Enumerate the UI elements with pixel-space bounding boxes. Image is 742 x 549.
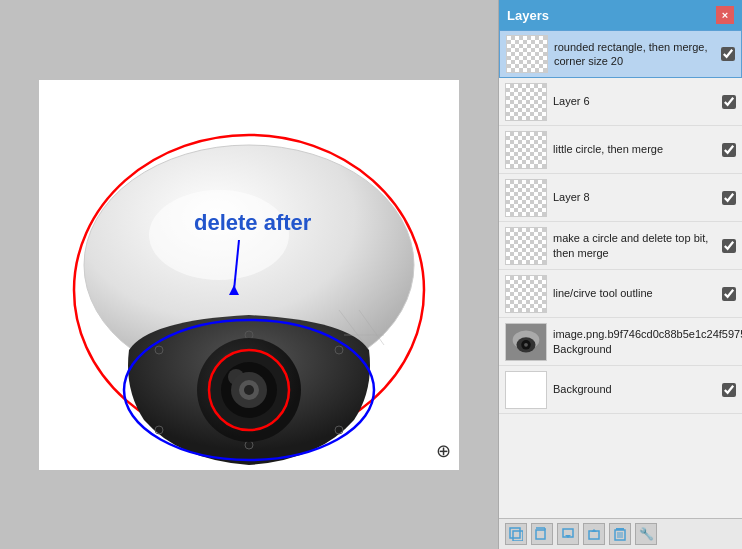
layers-panel: Layers × rounded rectangle, then merge, … (498, 0, 742, 549)
layers-toolbar: 🔧 (499, 518, 742, 549)
layer-item[interactable]: Background (499, 366, 742, 414)
layer-thumbnail (505, 371, 547, 409)
delete-layer-button[interactable] (609, 523, 631, 545)
white-canvas[interactable]: delete after ⊕ (39, 80, 459, 470)
svg-point-1 (149, 190, 289, 280)
svg-point-17 (244, 385, 254, 395)
layer-name: rounded rectangle, then merge, corner si… (554, 40, 715, 69)
move-up-button[interactable] (557, 523, 579, 545)
layer-visibility-checkbox[interactable] (722, 143, 736, 157)
layer-name: Layer 6 (553, 94, 716, 108)
new-layer-button[interactable] (505, 523, 527, 545)
layer-visibility-checkbox[interactable] (722, 287, 736, 301)
camera-illustration: delete after (39, 80, 459, 470)
layer-thumbnail (505, 179, 547, 217)
layer-visibility-checkbox[interactable] (722, 239, 736, 253)
layers-header: Layers × (499, 0, 742, 30)
svg-rect-31 (536, 530, 545, 539)
duplicate-layer-button[interactable] (531, 523, 553, 545)
svg-text:delete after: delete after (194, 210, 312, 235)
layer-item[interactable]: make a circle and delete top bit, then m… (499, 222, 742, 270)
layer-thumbnail (505, 323, 547, 361)
layer-item[interactable]: Layer 8 (499, 174, 742, 222)
layer-name: line/cirve tool outline (553, 286, 716, 300)
layer-thumbnail (505, 83, 547, 121)
layer-visibility-checkbox[interactable] (722, 383, 736, 397)
layer-item[interactable]: little circle, then merge (499, 126, 742, 174)
layer-name: Layer 8 (553, 190, 716, 204)
svg-rect-29 (510, 528, 520, 538)
layer-name: make a circle and delete top bit, then m… (553, 231, 716, 260)
layer-visibility-checkbox[interactable] (722, 95, 736, 109)
svg-rect-30 (513, 531, 523, 541)
canvas-area: delete after ⊕ (0, 0, 498, 549)
layer-name: image.png.b9f746cd0c88b5e1c24f5975ba63ae… (553, 327, 742, 356)
layer-visibility-checkbox[interactable] (721, 47, 735, 61)
layer-item[interactable]: Layer 6 (499, 78, 742, 126)
layer-visibility-checkbox[interactable] (722, 191, 736, 205)
svg-rect-36 (589, 531, 599, 539)
layer-item[interactable]: image.png.b9f746cd0c88b5e1c24f5975ba63ae… (499, 318, 742, 366)
layer-thumbnail (505, 275, 547, 313)
canvas-content: delete after ⊕ (19, 35, 479, 515)
layers-close-button[interactable]: × (716, 6, 734, 24)
layer-thumbnail (505, 227, 547, 265)
move-down-button[interactable] (583, 523, 605, 545)
layer-thumbnail (505, 131, 547, 169)
layer-item[interactable]: rounded rectangle, then merge, corner si… (499, 30, 742, 78)
settings-button[interactable]: 🔧 (635, 523, 657, 545)
layer-thumbnail (506, 35, 548, 73)
move-cursor-icon: ⊕ (436, 440, 451, 462)
svg-point-28 (524, 342, 528, 346)
layer-name: Background (553, 382, 716, 396)
layer-name: little circle, then merge (553, 142, 716, 156)
layer-item[interactable]: line/cirve tool outline (499, 270, 742, 318)
layers-title: Layers (507, 8, 549, 23)
layers-list[interactable]: rounded rectangle, then merge, corner si… (499, 30, 742, 518)
